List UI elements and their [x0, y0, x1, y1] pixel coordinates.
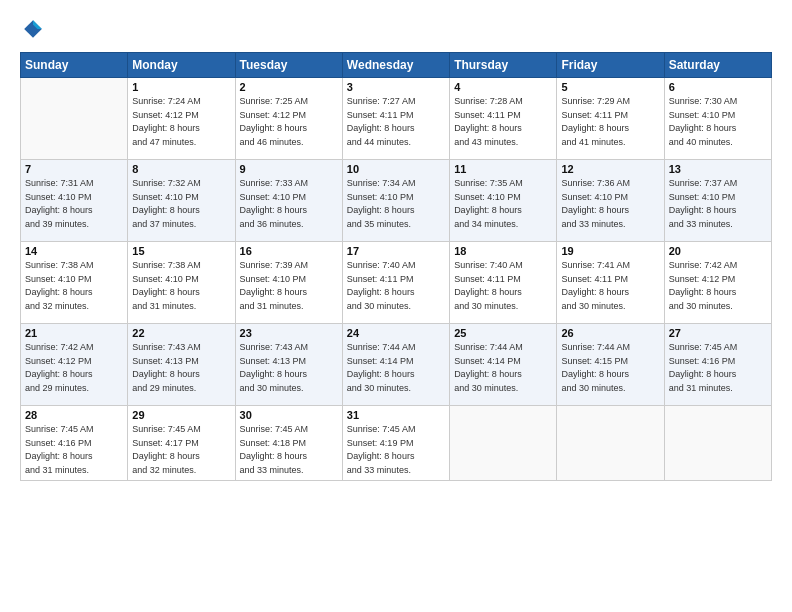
day-number: 29 — [132, 409, 230, 421]
calendar-cell: 8Sunrise: 7:32 AM Sunset: 4:10 PM Daylig… — [128, 160, 235, 242]
calendar-cell: 11Sunrise: 7:35 AM Sunset: 4:10 PM Dayli… — [450, 160, 557, 242]
day-info: Sunrise: 7:24 AM Sunset: 4:12 PM Dayligh… — [132, 95, 230, 149]
calendar-cell: 10Sunrise: 7:34 AM Sunset: 4:10 PM Dayli… — [342, 160, 449, 242]
day-number: 5 — [561, 81, 659, 93]
day-info: Sunrise: 7:31 AM Sunset: 4:10 PM Dayligh… — [25, 177, 123, 231]
day-number: 28 — [25, 409, 123, 421]
day-number: 3 — [347, 81, 445, 93]
day-number: 22 — [132, 327, 230, 339]
week-row-4: 21Sunrise: 7:42 AM Sunset: 4:12 PM Dayli… — [21, 324, 772, 406]
day-info: Sunrise: 7:36 AM Sunset: 4:10 PM Dayligh… — [561, 177, 659, 231]
day-info: Sunrise: 7:45 AM Sunset: 4:16 PM Dayligh… — [25, 423, 123, 477]
calendar-cell: 17Sunrise: 7:40 AM Sunset: 4:11 PM Dayli… — [342, 242, 449, 324]
calendar-cell — [450, 406, 557, 481]
day-info: Sunrise: 7:44 AM Sunset: 4:14 PM Dayligh… — [454, 341, 552, 395]
day-number: 27 — [669, 327, 767, 339]
week-row-1: 1Sunrise: 7:24 AM Sunset: 4:12 PM Daylig… — [21, 78, 772, 160]
day-number: 6 — [669, 81, 767, 93]
logo — [20, 18, 46, 44]
day-info: Sunrise: 7:38 AM Sunset: 4:10 PM Dayligh… — [132, 259, 230, 313]
day-info: Sunrise: 7:28 AM Sunset: 4:11 PM Dayligh… — [454, 95, 552, 149]
calendar-cell — [664, 406, 771, 481]
day-number: 18 — [454, 245, 552, 257]
day-info: Sunrise: 7:44 AM Sunset: 4:15 PM Dayligh… — [561, 341, 659, 395]
day-number: 8 — [132, 163, 230, 175]
day-number: 31 — [347, 409, 445, 421]
calendar-cell: 24Sunrise: 7:44 AM Sunset: 4:14 PM Dayli… — [342, 324, 449, 406]
day-number: 13 — [669, 163, 767, 175]
day-number: 20 — [669, 245, 767, 257]
day-info: Sunrise: 7:39 AM Sunset: 4:10 PM Dayligh… — [240, 259, 338, 313]
day-number: 15 — [132, 245, 230, 257]
day-info: Sunrise: 7:42 AM Sunset: 4:12 PM Dayligh… — [669, 259, 767, 313]
day-number: 12 — [561, 163, 659, 175]
day-number: 21 — [25, 327, 123, 339]
calendar-cell: 19Sunrise: 7:41 AM Sunset: 4:11 PM Dayli… — [557, 242, 664, 324]
day-number: 11 — [454, 163, 552, 175]
weekday-header-thursday: Thursday — [450, 53, 557, 78]
calendar-cell: 21Sunrise: 7:42 AM Sunset: 4:12 PM Dayli… — [21, 324, 128, 406]
day-info: Sunrise: 7:45 AM Sunset: 4:18 PM Dayligh… — [240, 423, 338, 477]
day-info: Sunrise: 7:30 AM Sunset: 4:10 PM Dayligh… — [669, 95, 767, 149]
day-number: 30 — [240, 409, 338, 421]
day-number: 16 — [240, 245, 338, 257]
calendar-cell: 4Sunrise: 7:28 AM Sunset: 4:11 PM Daylig… — [450, 78, 557, 160]
calendar-cell: 31Sunrise: 7:45 AM Sunset: 4:19 PM Dayli… — [342, 406, 449, 481]
weekday-header-sunday: Sunday — [21, 53, 128, 78]
day-info: Sunrise: 7:40 AM Sunset: 4:11 PM Dayligh… — [454, 259, 552, 313]
calendar-cell: 30Sunrise: 7:45 AM Sunset: 4:18 PM Dayli… — [235, 406, 342, 481]
calendar-cell: 18Sunrise: 7:40 AM Sunset: 4:11 PM Dayli… — [450, 242, 557, 324]
day-info: Sunrise: 7:33 AM Sunset: 4:10 PM Dayligh… — [240, 177, 338, 231]
day-number: 24 — [347, 327, 445, 339]
calendar-cell: 26Sunrise: 7:44 AM Sunset: 4:15 PM Dayli… — [557, 324, 664, 406]
calendar-cell: 3Sunrise: 7:27 AM Sunset: 4:11 PM Daylig… — [342, 78, 449, 160]
day-number: 25 — [454, 327, 552, 339]
day-info: Sunrise: 7:34 AM Sunset: 4:10 PM Dayligh… — [347, 177, 445, 231]
day-info: Sunrise: 7:32 AM Sunset: 4:10 PM Dayligh… — [132, 177, 230, 231]
calendar-cell: 2Sunrise: 7:25 AM Sunset: 4:12 PM Daylig… — [235, 78, 342, 160]
day-number: 14 — [25, 245, 123, 257]
day-number: 7 — [25, 163, 123, 175]
day-info: Sunrise: 7:29 AM Sunset: 4:11 PM Dayligh… — [561, 95, 659, 149]
page-header — [20, 18, 772, 44]
day-info: Sunrise: 7:40 AM Sunset: 4:11 PM Dayligh… — [347, 259, 445, 313]
calendar-cell: 27Sunrise: 7:45 AM Sunset: 4:16 PM Dayli… — [664, 324, 771, 406]
day-info: Sunrise: 7:44 AM Sunset: 4:14 PM Dayligh… — [347, 341, 445, 395]
weekday-header-saturday: Saturday — [664, 53, 771, 78]
calendar-table: SundayMondayTuesdayWednesdayThursdayFrid… — [20, 52, 772, 481]
calendar-cell — [557, 406, 664, 481]
calendar-cell: 25Sunrise: 7:44 AM Sunset: 4:14 PM Dayli… — [450, 324, 557, 406]
calendar-cell: 29Sunrise: 7:45 AM Sunset: 4:17 PM Dayli… — [128, 406, 235, 481]
calendar-cell: 1Sunrise: 7:24 AM Sunset: 4:12 PM Daylig… — [128, 78, 235, 160]
calendar-cell — [21, 78, 128, 160]
day-number: 26 — [561, 327, 659, 339]
day-number: 10 — [347, 163, 445, 175]
calendar-cell: 13Sunrise: 7:37 AM Sunset: 4:10 PM Dayli… — [664, 160, 771, 242]
day-info: Sunrise: 7:43 AM Sunset: 4:13 PM Dayligh… — [132, 341, 230, 395]
calendar-cell: 16Sunrise: 7:39 AM Sunset: 4:10 PM Dayli… — [235, 242, 342, 324]
calendar-cell: 20Sunrise: 7:42 AM Sunset: 4:12 PM Dayli… — [664, 242, 771, 324]
day-number: 19 — [561, 245, 659, 257]
day-info: Sunrise: 7:42 AM Sunset: 4:12 PM Dayligh… — [25, 341, 123, 395]
weekday-header-tuesday: Tuesday — [235, 53, 342, 78]
day-number: 9 — [240, 163, 338, 175]
logo-icon — [22, 18, 44, 40]
day-number: 4 — [454, 81, 552, 93]
day-info: Sunrise: 7:41 AM Sunset: 4:11 PM Dayligh… — [561, 259, 659, 313]
day-info: Sunrise: 7:43 AM Sunset: 4:13 PM Dayligh… — [240, 341, 338, 395]
day-number: 17 — [347, 245, 445, 257]
day-number: 23 — [240, 327, 338, 339]
day-number: 2 — [240, 81, 338, 93]
weekday-header-monday: Monday — [128, 53, 235, 78]
day-info: Sunrise: 7:27 AM Sunset: 4:11 PM Dayligh… — [347, 95, 445, 149]
calendar-cell: 22Sunrise: 7:43 AM Sunset: 4:13 PM Dayli… — [128, 324, 235, 406]
weekday-header-friday: Friday — [557, 53, 664, 78]
calendar-cell: 14Sunrise: 7:38 AM Sunset: 4:10 PM Dayli… — [21, 242, 128, 324]
week-row-3: 14Sunrise: 7:38 AM Sunset: 4:10 PM Dayli… — [21, 242, 772, 324]
calendar-cell: 6Sunrise: 7:30 AM Sunset: 4:10 PM Daylig… — [664, 78, 771, 160]
calendar-cell: 15Sunrise: 7:38 AM Sunset: 4:10 PM Dayli… — [128, 242, 235, 324]
day-info: Sunrise: 7:45 AM Sunset: 4:16 PM Dayligh… — [669, 341, 767, 395]
calendar-cell: 9Sunrise: 7:33 AM Sunset: 4:10 PM Daylig… — [235, 160, 342, 242]
day-number: 1 — [132, 81, 230, 93]
week-row-2: 7Sunrise: 7:31 AM Sunset: 4:10 PM Daylig… — [21, 160, 772, 242]
